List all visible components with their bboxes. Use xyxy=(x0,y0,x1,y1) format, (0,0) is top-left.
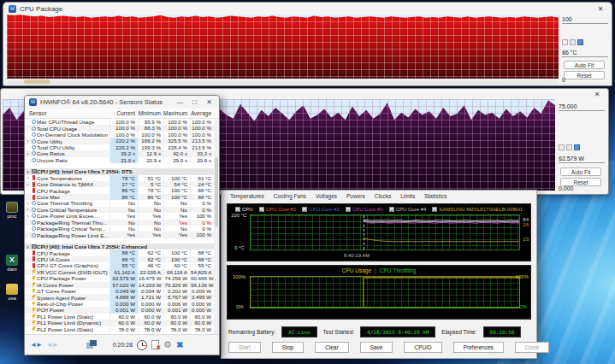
app-icon[interactable] xyxy=(6,202,18,213)
swatch-pink[interactable] xyxy=(562,39,568,45)
sensor-row[interactable]: CPU Package88 °C62 °C100 °C88 °C xyxy=(25,250,214,255)
sensor-row[interactable]: Package/Ring Critical Temp...NoNoNo0 % xyxy=(25,226,214,232)
sensor-row[interactable]: >Core Power Limit Excee...YesYesYes100 % xyxy=(25,213,214,219)
start-button[interactable]: Start xyxy=(228,342,261,353)
legend-item[interactable]: ✓CPU Core #2 xyxy=(302,207,340,212)
sensor-row[interactable]: IA Cores Power57.020 W14.203 W70.326 W56… xyxy=(25,282,214,288)
expand-icon[interactable]: > xyxy=(25,151,31,156)
checkbox-icon[interactable]: ✓ xyxy=(259,207,264,212)
collapse-icon[interactable]: ∨ xyxy=(25,169,31,174)
preferences-button[interactable]: Preferences xyxy=(453,342,504,353)
clock-icon[interactable] xyxy=(137,340,147,350)
column-header-maximum[interactable]: Maximum xyxy=(163,110,190,116)
auto-fit-button[interactable]: Auto Fit xyxy=(560,167,601,176)
menu-item-powers[interactable]: Powers xyxy=(346,193,365,202)
prev-next-arrows-icon[interactable]: ◄► xyxy=(30,341,42,349)
desktop-icon[interactable]: cea xyxy=(1,284,23,301)
sensor-row[interactable]: Rest-of-Chip Power0.000 W0.000 W0.006 W0… xyxy=(25,301,214,307)
sensor-row[interactable]: GT Cores Power0.049 W0.004 W0.202 W0.009… xyxy=(25,288,214,294)
menu-item-statistics[interactable]: Statistics xyxy=(424,193,446,202)
checkbox-icon[interactable]: ✓ xyxy=(302,207,307,212)
sensor-row[interactable]: CPU GT Cores (Graphics)55 °C46 °C60 °C59… xyxy=(25,262,214,268)
legend-item[interactable]: ✓CPU Core #4 xyxy=(389,207,427,212)
legend-item[interactable]: ✓CPU Core #3 xyxy=(346,207,383,212)
sensor-row[interactable]: On-Demand Clock Modulation100.0 %100.0 %… xyxy=(25,132,214,138)
save-button[interactable]: Save xyxy=(360,342,393,353)
hwinfo-titlebar[interactable]: H HWiNFO® 64 v8.20-5640 - Sensors Status… xyxy=(25,96,219,109)
menu-item-cooling-fans[interactable]: Cooling Fans xyxy=(274,193,306,202)
cpuid-button[interactable]: CPUID xyxy=(404,342,441,353)
red-hscrollbar[interactable] xyxy=(7,79,559,84)
purple-color-swatches[interactable] xyxy=(559,144,580,150)
legend-item[interactable]: ✓CPU xyxy=(235,207,253,212)
excel-icon[interactable]: X xyxy=(6,255,18,266)
sensor-row[interactable]: Uncore Ratio21.0 x20.9 x29.0 x20.6 x xyxy=(25,157,214,163)
desktop-icon[interactable]: pinc xyxy=(1,202,23,219)
close-button[interactable]: Close xyxy=(515,342,550,353)
swatch-lightblue[interactable] xyxy=(566,144,572,150)
checkbox-icon[interactable]: ✓ xyxy=(432,207,437,212)
desktop-icon[interactable]: Xdani xyxy=(1,255,23,272)
logging-stop-icon[interactable]: ✕ xyxy=(151,340,159,349)
page-arrows-icon[interactable]: ◄► xyxy=(46,341,58,349)
folder-icon[interactable] xyxy=(6,284,18,295)
minimize-icon[interactable]: — xyxy=(174,98,186,106)
sensor-row[interactable]: >Core Thermal ThrottlingNoNoNo0 % xyxy=(25,200,214,206)
column-header-average[interactable]: Average xyxy=(190,110,214,116)
swatch-blue[interactable] xyxy=(577,39,583,45)
maximize-icon[interactable]: □ xyxy=(189,98,200,106)
auto-fit-button[interactable]: Auto Fit xyxy=(564,61,605,69)
hwinfo-vscrollbar[interactable] xyxy=(214,119,219,334)
monitor-layers-icon[interactable] xyxy=(86,340,97,349)
sensor-row[interactable]: VR VCC Current (SVID IOUT)61.142 A22.039… xyxy=(25,269,214,275)
red-color-swatches[interactable] xyxy=(562,39,583,45)
column-header-sensor[interactable]: Sensor xyxy=(25,110,109,116)
sensor-row[interactable]: >Core Temperatures78 °C51 °C100 °C81 °C xyxy=(25,175,214,181)
sensor-row[interactable]: Package/Ring Power Limit E...YesYesYes10… xyxy=(25,232,214,238)
sensor-row[interactable]: Total CPU Usage100.0 %88.3 %100.0 %100.0… xyxy=(25,125,214,131)
exit-icon[interactable]: ✖ xyxy=(176,340,183,349)
expand-icon[interactable]: > xyxy=(25,214,31,219)
sensor-row[interactable]: PL1 Power Limit (Static)60.0 W60.0 W60.0… xyxy=(25,314,214,320)
collapse-icon[interactable]: ∨ xyxy=(25,244,31,250)
checkbox-icon[interactable]: ✓ xyxy=(235,207,240,212)
sensor-row[interactable]: >Core Ratios39.2 x12.9 x42.0 x33.2 x xyxy=(25,150,214,156)
swatch-pink[interactable] xyxy=(559,144,565,150)
expand-icon[interactable]: > xyxy=(25,201,31,206)
sensor-row[interactable]: Total CPU Utility220.2 %199.3 %228.4 %21… xyxy=(25,144,214,150)
stop-button[interactable]: Stop xyxy=(272,342,304,353)
expand-icon[interactable]: > xyxy=(25,207,31,212)
settings-gear-icon[interactable]: ⚙ xyxy=(163,340,172,349)
close-icon[interactable]: ✕ xyxy=(591,91,603,98)
column-header-current[interactable]: Current xyxy=(109,110,138,116)
menu-item-voltages[interactable]: Voltages xyxy=(316,193,337,202)
checkbox-icon[interactable]: ✓ xyxy=(346,207,351,212)
legend-item[interactable]: ✓SAMSUNG MZVL81T0HELB-00BH1 xyxy=(432,207,523,212)
sensor-row[interactable]: CPU Package Power62.579 W16.475 W74.258 … xyxy=(25,275,214,281)
clear-button[interactable]: Clear xyxy=(315,342,349,353)
sensor-row[interactable]: System Agent Power4.888 W1.721 W5.767 W3… xyxy=(25,294,214,300)
hwinfo-vscroll-thumb[interactable] xyxy=(215,157,218,226)
sensor-row[interactable]: >Core Utility220.2 %166.2 %325.5 %213.5 … xyxy=(25,138,214,144)
sensor-row[interactable]: Core Max86 °C86 °C100 °C88 °C xyxy=(25,194,214,200)
menu-item-limits[interactable]: Limits xyxy=(400,193,415,202)
close-icon[interactable]: ✕ xyxy=(594,5,606,13)
sensor-row[interactable]: PL2 Power Limit (Static)78.0 W78.0 W78.0… xyxy=(25,326,214,332)
column-header-minimum[interactable]: Minimum xyxy=(138,110,163,116)
sensor-table-header[interactable]: SensorCurrentMinimumMaximumAverage xyxy=(25,109,219,119)
expand-icon[interactable]: > xyxy=(25,138,31,144)
sensor-row[interactable]: Max CPU/Thread Usage100.0 %95.9 %100.0 %… xyxy=(25,119,214,125)
sensor-row[interactable]: Package/Ring Thermal Thro...NoNoYes0 % xyxy=(25,220,214,226)
sensor-row[interactable]: CPU IA Cores88 °C62 °C100 °C88 °C xyxy=(25,256,214,262)
legend-item[interactable]: ✓CPU Core #1 xyxy=(259,207,297,212)
sensor-row[interactable]: >Core Distance to TjMAX27 °C5 °C54 °C24 … xyxy=(25,181,214,187)
expand-icon[interactable]: > xyxy=(25,182,31,187)
red-window-titlebar[interactable]: H CPU Package ✕ xyxy=(3,3,612,15)
sensor-row[interactable]: CPU Package86 °C78 °C100 °C88 °C xyxy=(25,187,214,193)
sensor-row[interactable]: PCH Power0.001 W0.000 W0.001 W0.000 W xyxy=(25,307,214,313)
close-icon[interactable]: ✕ xyxy=(204,98,215,106)
menu-item-temperatures[interactable]: Temperatures xyxy=(230,193,264,202)
red-hscroll-thumb[interactable] xyxy=(24,79,50,84)
checkbox-icon[interactable]: ✓ xyxy=(389,207,394,212)
expand-icon[interactable]: > xyxy=(25,175,31,180)
